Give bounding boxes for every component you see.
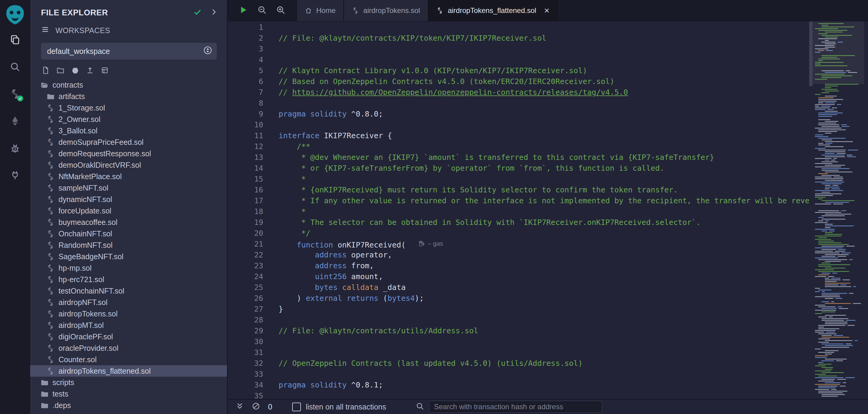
line-number[interactable]: 17 bbox=[228, 196, 263, 206]
line-number[interactable]: 25 bbox=[228, 282, 263, 293]
line-number[interactable]: 31 bbox=[228, 347, 263, 358]
file-tree-item-randomnft-sol[interactable]: RandomNFT.sol bbox=[30, 239, 227, 251]
code-line[interactable]: 6// Based on OpenZeppelin Contracts v4.5… bbox=[228, 76, 809, 87]
file-tree-item-tests[interactable]: tests bbox=[30, 388, 227, 400]
code-line[interactable]: 12 /** bbox=[228, 141, 809, 152]
code-line[interactable]: 7// https://github.com/OpenZeppelin/open… bbox=[228, 87, 809, 98]
tab-home[interactable]: Home bbox=[297, 0, 344, 21]
line-number[interactable]: 27 bbox=[228, 304, 263, 315]
file-tree-item-oracleprovider-sol[interactable]: oracleProvider.sol bbox=[30, 342, 227, 354]
code-line[interactable]: 29// File: @klaytn/contracts/utils/Addre… bbox=[228, 325, 809, 336]
code-line[interactable]: 5// Klaytn Contract Library v1.0.0 (KIP/… bbox=[228, 65, 809, 76]
chevron-right-icon[interactable] bbox=[210, 8, 218, 18]
code-line[interactable]: 2// File: @klaytn/contracts/KIP/token/KI… bbox=[228, 33, 809, 44]
line-number[interactable]: 10 bbox=[228, 119, 263, 130]
code-line[interactable]: 34pragma solidity ^0.8.1; bbox=[228, 380, 809, 390]
file-tree-item-1-storage-sol[interactable]: 1_Storage.sol bbox=[30, 102, 227, 113]
file-explorer-icon[interactable] bbox=[9, 34, 21, 46]
file-tree-item-demoorakldirectvrf-sol[interactable]: demoOraklDirectVRF.sol bbox=[30, 159, 227, 171]
file-tree-item-buymeacoffee-sol[interactable]: buymeacoffee.sol bbox=[30, 216, 227, 228]
file-tree-item-testonchainnft-sol[interactable]: testOnchainNFT.sol bbox=[30, 285, 227, 297]
create-file-icon[interactable] bbox=[41, 66, 50, 76]
file-tree-item-scripts[interactable]: scripts bbox=[30, 377, 227, 388]
code-line[interactable]: 30 bbox=[228, 336, 809, 347]
code-line[interactable]: 15 * bbox=[228, 174, 809, 184]
file-tree-item-sagebadgenft-sol[interactable]: SageBadgeNFT.sol bbox=[30, 251, 227, 262]
code-line[interactable]: 1 bbox=[228, 22, 809, 33]
terminal-search-input[interactable] bbox=[429, 401, 602, 413]
line-number[interactable]: 29 bbox=[228, 325, 263, 336]
code-line[interactable]: 24 uint256 amount, bbox=[228, 271, 809, 282]
file-tree-item-artifacts[interactable]: artifacts bbox=[30, 91, 227, 102]
line-number[interactable]: 22 bbox=[228, 250, 263, 261]
line-number[interactable]: 19 bbox=[228, 217, 263, 228]
code-line[interactable]: 11interface IKIP7Receiver { bbox=[228, 130, 809, 141]
line-number[interactable]: 7 bbox=[228, 87, 263, 98]
code-line[interactable]: 32// OpenZeppelin Contracts (last update… bbox=[228, 358, 809, 369]
code-line[interactable]: 18 * bbox=[228, 206, 809, 217]
file-tree-item-dynamicnft-sol[interactable]: dynamicNFT.sol bbox=[30, 194, 227, 205]
code-line[interactable]: 28 bbox=[228, 315, 809, 325]
code-line[interactable]: 35 bbox=[228, 390, 809, 399]
line-number[interactable]: 32 bbox=[228, 358, 263, 369]
line-number[interactable]: 15 bbox=[228, 174, 263, 184]
line-number[interactable]: 35 bbox=[228, 390, 263, 399]
expand-terminal-icon[interactable] bbox=[236, 402, 244, 412]
file-tree-item-airdroptokens-sol[interactable]: airdropTokens.sol bbox=[30, 308, 227, 319]
line-number[interactable]: 30 bbox=[228, 336, 263, 347]
create-folder-icon[interactable] bbox=[56, 66, 64, 76]
plugin-manager-icon[interactable] bbox=[9, 169, 21, 181]
zoom-in-icon[interactable] bbox=[276, 5, 285, 16]
close-tab-icon[interactable]: × bbox=[544, 6, 550, 15]
line-number[interactable]: 9 bbox=[228, 109, 263, 119]
menu-icon[interactable] bbox=[41, 25, 50, 36]
code-line[interactable]: 20 */ bbox=[228, 228, 809, 239]
file-tree-item-digioraclepf-sol[interactable]: digiOraclePF.sol bbox=[30, 331, 227, 342]
code-line[interactable]: 19 * The selector can be obtained in Sol… bbox=[228, 217, 809, 228]
file-tree-item-counter-sol[interactable]: Counter.sol bbox=[30, 354, 227, 365]
line-number[interactable]: 28 bbox=[228, 315, 263, 325]
line-number[interactable]: 24 bbox=[228, 271, 263, 282]
publish-gist-icon[interactable] bbox=[71, 66, 79, 76]
debugger-icon[interactable] bbox=[9, 142, 21, 154]
line-number[interactable]: 12 bbox=[228, 141, 263, 152]
line-number[interactable]: 23 bbox=[228, 261, 263, 271]
clear-console-icon[interactable] bbox=[252, 402, 260, 412]
file-tree-item-contracts[interactable]: contracts bbox=[30, 79, 227, 91]
line-number[interactable]: 5 bbox=[228, 65, 263, 76]
file-tree-item-airdropnft-sol[interactable]: airdropNFT.sol bbox=[30, 297, 227, 308]
file-tree-item-3-ballot-sol[interactable]: 3_Ballot.sol bbox=[30, 125, 227, 136]
file-tree-item-samplenft-sol[interactable]: sampleNFT.sol bbox=[30, 182, 227, 194]
line-number[interactable]: 3 bbox=[228, 44, 263, 55]
code-line[interactable]: 25 bytes calldata _data bbox=[228, 282, 809, 293]
code-line[interactable]: 31 bbox=[228, 347, 809, 358]
code-line[interactable]: 9pragma solidity ^0.8.0; bbox=[228, 109, 809, 119]
line-number[interactable]: 2 bbox=[228, 33, 263, 44]
line-number[interactable]: 8 bbox=[228, 98, 263, 109]
code-line[interactable]: 33 bbox=[228, 369, 809, 380]
line-number[interactable]: 11 bbox=[228, 130, 263, 141]
deploy-run-icon[interactable] bbox=[9, 115, 21, 127]
tab-airdroptokens-flattened-sol[interactable]: airdropTokens_flattened.sol× bbox=[428, 0, 558, 21]
remix-logo-icon[interactable] bbox=[4, 4, 26, 25]
code-editor[interactable]: 12// File: @klaytn/contracts/KIP/token/K… bbox=[228, 22, 868, 399]
line-number[interactable]: 26 bbox=[228, 293, 263, 304]
code-line[interactable]: 4 bbox=[228, 55, 809, 65]
solidity-compiler-icon[interactable] bbox=[9, 88, 21, 100]
minimap[interactable] bbox=[812, 22, 864, 399]
file-tree-item-airdropmt-sol[interactable]: airdropMT.sol bbox=[30, 319, 227, 331]
line-number[interactable]: 16 bbox=[228, 184, 263, 196]
file-tree-item-forceupdate-sol[interactable]: forceUpdate.sol bbox=[30, 205, 227, 216]
line-number[interactable]: 4 bbox=[228, 55, 263, 65]
line-number[interactable]: 18 bbox=[228, 206, 263, 217]
upload-file-icon[interactable] bbox=[86, 66, 94, 76]
tab-airdroptokens-sol[interactable]: airdropTokens.sol bbox=[344, 0, 428, 21]
line-number[interactable]: 6 bbox=[228, 76, 263, 87]
file-tree-item-hp-erc721-sol[interactable]: hp-erc721.sol bbox=[30, 274, 227, 285]
code-line[interactable]: 22 address operator, bbox=[228, 250, 809, 261]
code-line[interactable]: 23 address from, bbox=[228, 261, 809, 271]
minimap-viewport[interactable] bbox=[812, 22, 864, 84]
file-tree-item-demosuprapricefeed-sol[interactable]: demoSupraPriceFeed.sol bbox=[30, 136, 227, 148]
code-line[interactable]: 8 bbox=[228, 98, 809, 109]
line-number[interactable]: 34 bbox=[228, 380, 263, 390]
